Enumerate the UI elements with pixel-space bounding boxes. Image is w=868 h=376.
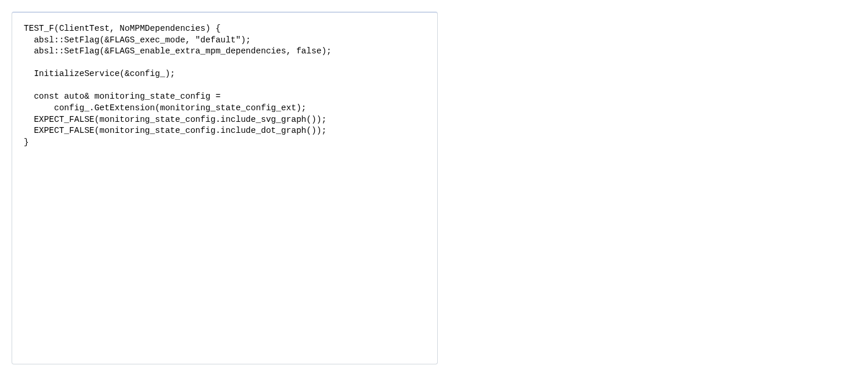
code-line: absl::SetFlag(&FLAGS_enable_extra_mpm_de…	[24, 46, 332, 56]
code-line: absl::SetFlag(&FLAGS_exec_mode, "default…	[24, 35, 251, 45]
code-line: config_.GetExtension(monitoring_state_co…	[24, 103, 306, 113]
code-line: TEST_F(ClientTest, NoMPMDependencies) {	[24, 24, 220, 33]
code-container: TEST_F(ClientTest, NoMPMDependencies) { …	[12, 12, 438, 364]
code-line: }	[24, 138, 29, 147]
code-line: InitializeService(&config_);	[24, 69, 175, 78]
code-line: const auto& monitoring_state_config =	[24, 92, 220, 101]
code-line: EXPECT_FALSE(monitoring_state_config.inc…	[24, 115, 326, 124]
code-block: TEST_F(ClientTest, NoMPMDependencies) { …	[24, 23, 426, 148]
code-line: EXPECT_FALSE(monitoring_state_config.inc…	[24, 126, 326, 135]
